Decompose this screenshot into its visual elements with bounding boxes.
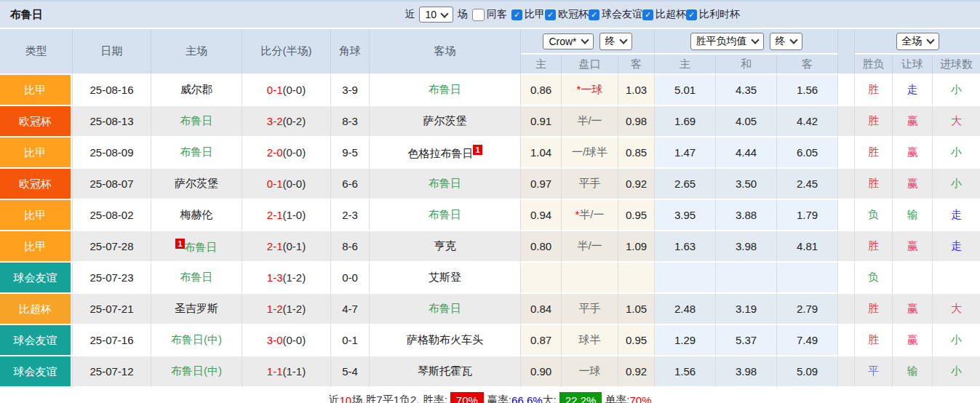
summary-segment: 70%	[630, 394, 652, 403]
league-filter-checkbox[interactable]: ✓	[686, 9, 697, 20]
table-row: 欧冠杯 25-08-13 布鲁日 3-2(0-2) 8-3 萨尔茨堡 0.91 …	[0, 106, 980, 137]
same-venue-label: 同客	[487, 8, 507, 21]
league-filter-group: ✓比甲✓欧冠杯✓球会友谊✓比超杯✓比利时杯	[511, 8, 740, 22]
summary-segment: 单率:	[605, 394, 629, 403]
corners-score: 3-9	[331, 75, 370, 106]
handicap-result-cell: 赢	[893, 137, 933, 169]
avg-odds-away: 2.79	[777, 294, 838, 325]
avg-odds-select[interactable]: 胜平负均值	[690, 33, 764, 50]
table-row: 比甲 25-08-02 梅赫伦 2-1(1-0) 2-3 布鲁日 0.94 *半…	[0, 200, 980, 231]
goals-result-cell: 小	[933, 325, 980, 356]
subheader-odds-home: 主	[521, 55, 562, 75]
halftime-score: (1-2)	[283, 303, 306, 315]
avg-odds-away: 1.56	[777, 75, 838, 106]
corners-score: 2-3	[331, 200, 370, 231]
check-icon: ✓	[645, 11, 651, 19]
league-filter-checkbox[interactable]: ✓	[642, 9, 653, 20]
subheader-avg-away: 客	[777, 55, 838, 75]
odds-home: 0.91	[521, 106, 562, 137]
summary-segment: 10	[339, 394, 351, 403]
league-badge-cell: 比甲	[0, 75, 73, 106]
odds-company-select[interactable]: Crow*	[543, 33, 593, 49]
same-venue-checkbox[interactable]	[472, 9, 485, 21]
chevron-down-icon	[789, 36, 797, 44]
league-filter: ✓比超杯	[642, 8, 686, 21]
avg-odds-draw: 4.05	[716, 106, 777, 137]
check-icon: ✓	[514, 11, 520, 19]
corners-score: 0-1	[331, 325, 370, 356]
fulltime-score: 2-1	[267, 240, 283, 252]
odds-state-select[interactable]: 终	[599, 33, 632, 50]
goals-result-cell: 小	[933, 137, 980, 169]
avg-odds-draw	[716, 263, 777, 294]
avg-odds-draw: 5.37	[716, 325, 777, 356]
matches-table: 类型 日期 主场 比分(半场) 角球 客场 Crow* 终	[0, 29, 980, 388]
avg-state-select[interactable]: 终	[770, 33, 802, 50]
halftime-score: (0-0)	[283, 334, 306, 346]
league-badge-cell: 球会友谊	[0, 356, 73, 388]
away-team: 萨尔茨堡	[370, 106, 521, 137]
home-team: 布鲁日	[151, 137, 242, 169]
period-header: 全场	[855, 29, 980, 55]
avg-odds-home: 2.65	[655, 169, 716, 200]
summary-segment: 大:	[543, 394, 557, 403]
away-team: 布鲁日	[370, 200, 521, 231]
league-filter-checkbox[interactable]: ✓	[511, 9, 522, 20]
away-team: 色格拉布鲁日1	[370, 137, 521, 169]
chevron-down-icon	[751, 36, 759, 44]
result-cell: 胜	[855, 106, 893, 137]
home-team: 威尔郡	[151, 75, 242, 106]
corners-score: 8-6	[331, 231, 370, 263]
subheader-handicap: 让球	[893, 55, 933, 75]
league-filter-checkbox[interactable]: ✓	[589, 9, 599, 20]
league-filter-label: 比超杯	[656, 8, 686, 21]
halftime-score: (0-1)	[283, 240, 306, 252]
corners-score: 5-4	[331, 356, 370, 388]
period-select[interactable]: 全场	[896, 33, 939, 50]
fulltime-score: 0-1	[267, 84, 283, 96]
recent-label: 近	[405, 8, 415, 21]
goals-result-cell: 走	[933, 200, 980, 231]
subheader-odds-away: 客	[618, 55, 655, 75]
odds-home	[521, 263, 562, 294]
avg-odds-draw: 3.50	[716, 169, 777, 200]
league-badge-cell: 球会友谊	[0, 263, 73, 294]
league-filter: ✓比甲	[511, 8, 545, 21]
league-filter: ✓比利时杯	[686, 8, 740, 21]
odds-home: 1.04	[521, 137, 562, 169]
league-filter-checkbox[interactable]: ✓	[545, 9, 556, 20]
summary-segment: 66.6%	[511, 394, 543, 403]
result-cell: 胜	[855, 294, 893, 325]
score-cell: 0-1(0-0)	[242, 169, 331, 200]
odds-away: 0.85	[618, 137, 655, 169]
recent-count-select[interactable]: 10	[419, 7, 453, 23]
league-filter-label: 比利时杯	[699, 8, 740, 21]
handicap-line: 一球	[562, 356, 618, 388]
match-date: 25-08-16	[73, 75, 151, 106]
fulltime-score: 2-0	[267, 146, 283, 159]
separator-cell	[838, 75, 855, 106]
match-date: 25-08-13	[73, 106, 151, 137]
result-cell: 胜	[855, 137, 893, 169]
avg-odds-draw: 3.98	[716, 356, 777, 388]
match-date: 25-08-09	[73, 137, 151, 169]
score-cell: 3-2(0-2)	[242, 106, 331, 137]
table-row: 比甲 25-07-28 1布鲁日 2-1(0-1) 8-6 亨克 0.80 半/…	[0, 231, 980, 263]
table-row: 比超杯 25-07-21 圣吉罗斯 1-2(1-2) 4-7 布鲁日 0.84 …	[0, 294, 980, 325]
table-row: 球会友谊 25-07-23 布鲁日 1-3(1-2) 0-0 艾斯登 负	[0, 263, 980, 294]
chevron-down-icon	[619, 36, 627, 44]
league-filter-label: 比甲	[525, 8, 545, 21]
col-header-corners: 角球	[331, 29, 370, 75]
handicap-result-cell: 走	[893, 75, 933, 106]
home-team: 布鲁日	[151, 263, 242, 294]
match-rows: 比甲 25-08-16 威尔郡 0-1(0-0) 3-9 布鲁日 0.86 *一…	[0, 75, 980, 388]
subheader-goals: 进球数	[933, 55, 980, 75]
chevron-down-icon	[581, 36, 589, 44]
check-icon: ✓	[547, 11, 554, 19]
corners-score: 4-7	[331, 294, 370, 325]
score-cell: 2-0(0-0)	[242, 137, 331, 169]
score-cell: 3-0(0-0)	[242, 325, 331, 356]
handicap-result-cell: 赢	[893, 294, 933, 325]
fulltime-score: 1-3	[267, 271, 283, 284]
avg-odds-home: 1.29	[655, 325, 716, 356]
